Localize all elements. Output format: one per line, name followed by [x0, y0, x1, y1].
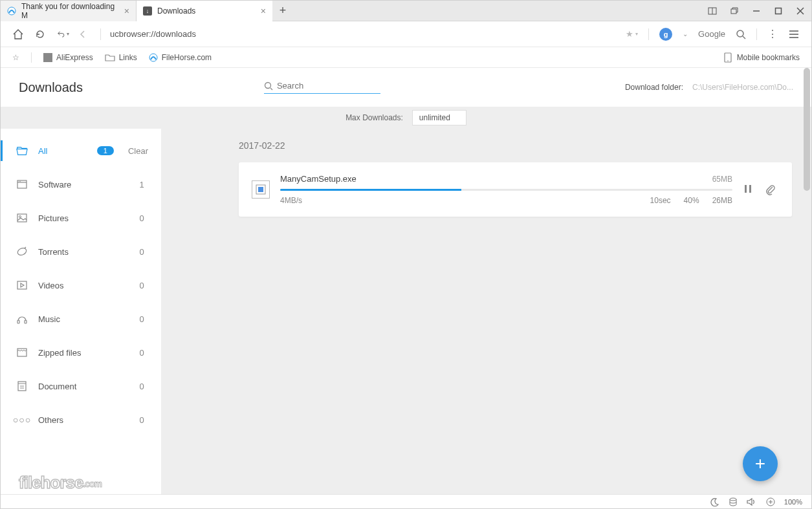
- zoom-level[interactable]: 100%: [784, 498, 802, 506]
- bookmark-label: FileHorse.com: [162, 53, 212, 62]
- content-area: Downloads Download folder: C:\Users\File…: [1, 68, 811, 495]
- attachment-icon[interactable]: [765, 184, 775, 195]
- search-engine-label: Google: [698, 29, 725, 39]
- sidebar-item-others[interactable]: ○○○ Others 0: [1, 403, 161, 437]
- tab-thankyou[interactable]: Thank you for downloading M ×: [1, 1, 137, 21]
- database-icon[interactable]: [729, 497, 738, 506]
- music-icon: [16, 313, 28, 325]
- more-icon[interactable]: ⋮: [767, 28, 778, 40]
- scrollbar-thumb[interactable]: [804, 68, 810, 191]
- sidebar-item-zipped[interactable]: Zipped files 0: [1, 336, 161, 369]
- download-filename[interactable]: ManyCamSetup.exe: [280, 174, 357, 184]
- restore-icon[interactable]: [723, 1, 745, 21]
- window-close-icon[interactable]: [789, 1, 811, 21]
- close-icon[interactable]: ×: [261, 6, 266, 16]
- uc-favicon-icon: [7, 6, 16, 16]
- download-folder-path[interactable]: C:\Users\FileHorse.com\Do...: [692, 83, 793, 92]
- add-download-button[interactable]: +: [743, 446, 778, 481]
- window-controls: [701, 1, 811, 21]
- bookmark-aliexpress[interactable]: AliExpress: [43, 53, 93, 62]
- search-engine-badge-icon[interactable]: g: [659, 28, 672, 41]
- bookmark-filehorse[interactable]: FileHorse.com: [149, 53, 212, 62]
- sidebar-item-label: Zipped files: [38, 348, 125, 358]
- clear-button[interactable]: Clear: [128, 146, 148, 156]
- zip-icon: [16, 347, 28, 358]
- sidebar-item-count: 0: [135, 213, 148, 223]
- software-icon: [16, 179, 28, 190]
- videos-icon: [16, 279, 28, 291]
- back-icon[interactable]: [78, 30, 91, 39]
- max-downloads-label: Max Downloads:: [346, 113, 403, 122]
- sidebar-item-label: Torrents: [38, 247, 125, 257]
- sidebar-item-torrents[interactable]: Torrents 0: [1, 235, 161, 268]
- others-icon: ○○○: [16, 414, 28, 426]
- mobile-icon[interactable]: [724, 52, 732, 63]
- svg-rect-3: [731, 9, 736, 14]
- svg-rect-36: [745, 185, 747, 193]
- pictures-icon: [16, 212, 28, 224]
- menu-icon[interactable]: [788, 28, 800, 40]
- bookmark-links[interactable]: Links: [105, 53, 137, 62]
- max-downloads-select[interactable]: unlimited: [412, 110, 466, 125]
- sidebar-item-music[interactable]: Music 0: [1, 302, 161, 336]
- minimize-icon[interactable]: [745, 1, 767, 21]
- moon-icon[interactable]: [710, 497, 719, 506]
- sidebar-item-all[interactable]: All 1 Clear: [1, 134, 161, 168]
- sidebar-item-pictures[interactable]: Pictures 0: [1, 201, 161, 235]
- mobile-bookmarks-link[interactable]: Mobile bookmarks: [737, 53, 800, 62]
- sidebar-item-label: Music: [38, 314, 125, 324]
- svg-rect-5: [776, 8, 782, 14]
- divider: [100, 28, 101, 40]
- search-icon[interactable]: [736, 29, 746, 39]
- sidebar-item-count: 0: [135, 314, 148, 324]
- watermark: filehorse.com: [19, 473, 102, 493]
- new-tab-button[interactable]: +: [272, 4, 293, 17]
- torrents-icon: [16, 246, 28, 257]
- download-bytes: 26MB: [712, 196, 732, 205]
- home-icon[interactable]: [12, 28, 25, 40]
- pause-icon[interactable]: [743, 184, 753, 195]
- search-input[interactable]: [277, 81, 374, 91]
- close-icon[interactable]: ×: [124, 6, 129, 16]
- sidebar: All 1 Clear Software 1 Pictures 0 Torren…: [1, 129, 161, 495]
- download-item: ManyCamSetup.exe 65MB 4MB/s 10sec 40% 26…: [239, 162, 792, 217]
- status-bar: 100%: [1, 494, 811, 508]
- divider: [648, 28, 649, 40]
- sidebar-item-label: Software: [38, 180, 125, 190]
- svg-rect-37: [749, 185, 751, 193]
- sidebar-item-document[interactable]: Document 0: [1, 369, 161, 403]
- sidebar-item-count: 1: [135, 180, 148, 190]
- volume-icon[interactable]: [747, 497, 757, 506]
- undo-dropdown-icon[interactable]: ▾: [56, 29, 69, 39]
- sidebar-toggle-icon[interactable]: [701, 1, 723, 21]
- svg-rect-35: [258, 187, 263, 192]
- navigation-bar: ▾ ★▾ g ⌄ Google ⋮: [1, 21, 811, 47]
- search-icon: [264, 81, 273, 91]
- vertical-scrollbar[interactable]: [804, 68, 810, 495]
- download-list: 2017-02-22 ManyCamSetup.exe 65MB 4MB/s: [161, 129, 811, 495]
- star-icon[interactable]: ★▾: [626, 29, 638, 39]
- page-title: Downloads: [19, 80, 83, 95]
- svg-point-16: [265, 82, 270, 88]
- tab-downloads[interactable]: ↓ Downloads ×: [137, 1, 272, 21]
- reload-icon[interactable]: [34, 28, 47, 40]
- zoom-icon[interactable]: [766, 497, 775, 506]
- search-field[interactable]: [264, 81, 380, 94]
- address-bar[interactable]: [110, 29, 617, 39]
- tab-title: Thank you for downloading M: [21, 2, 119, 20]
- sidebar-item-count: 0: [135, 415, 148, 425]
- download-folder-label: Download folder:: [625, 83, 683, 92]
- divider: [31, 52, 32, 63]
- sidebar-item-videos[interactable]: Videos 0: [1, 268, 161, 302]
- maximize-icon[interactable]: [767, 1, 789, 21]
- date-header: 2017-02-22: [239, 140, 792, 151]
- url-input[interactable]: [110, 29, 433, 39]
- sidebar-item-software[interactable]: Software 1: [1, 168, 161, 201]
- sidebar-item-label: Others: [38, 415, 125, 425]
- divider: [756, 28, 757, 40]
- sidebar-item-count: 0: [135, 281, 148, 290]
- svg-point-8: [737, 30, 743, 37]
- chevron-down-icon[interactable]: ⌄: [683, 30, 688, 38]
- bookmark-star-icon[interactable]: ☆: [12, 53, 19, 62]
- download-speed: 4MB/s: [280, 196, 302, 205]
